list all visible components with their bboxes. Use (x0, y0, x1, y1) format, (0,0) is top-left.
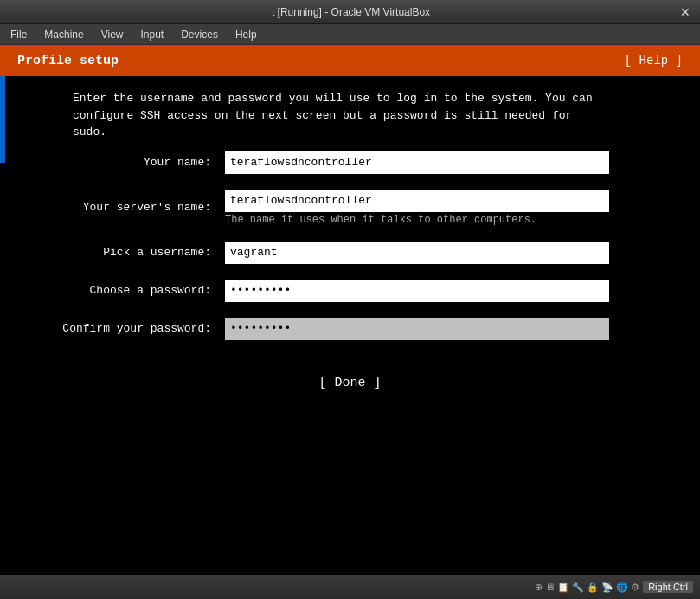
done-area: [ Done ] (0, 375, 700, 390)
server-name-input-area: The name it uses when it talks to other … (225, 190, 665, 226)
taskbar-icons: ⊕ 🖥 📋 🔧 🔒 📡 🌐 ⚙ (535, 582, 639, 593)
description-area: Enter the username and password you will… (0, 76, 700, 151)
username-row: Pick a username: (35, 242, 665, 264)
confirm-password-input-area (225, 318, 665, 340)
profile-title: Profile setup (17, 54, 119, 68)
menu-devices[interactable]: Devices (174, 27, 225, 42)
titlebar: t [Running] - Oracle VM VirtualBox ✕ (0, 0, 700, 24)
profile-help[interactable]: [ Help ] (625, 54, 683, 68)
menu-input[interactable]: Input (134, 27, 171, 42)
close-button[interactable]: ✕ (678, 5, 693, 19)
left-indicator (0, 76, 5, 163)
password-input[interactable] (225, 280, 609, 302)
titlebar-title: t [Running] - Oracle VM VirtualBox (24, 6, 678, 18)
password-label: Choose a password: (35, 284, 225, 297)
menu-help[interactable]: Help (228, 27, 264, 42)
server-name-hint: The name it uses when it talks to other … (225, 214, 665, 226)
menu-file[interactable]: File (3, 27, 34, 42)
confirm-password-row: Confirm your password: (35, 318, 665, 340)
profile-header: Profile setup [ Help ] (0, 45, 700, 76)
menu-view[interactable]: View (94, 27, 131, 42)
your-name-input-area (225, 151, 665, 174)
vm-screen: Profile setup [ Help ] Enter the usernam… (0, 45, 700, 599)
confirm-password-label: Confirm your password: (35, 322, 225, 335)
password-input-area (225, 280, 665, 302)
username-input-area (225, 242, 665, 264)
server-name-row: Your server's name: The name it uses whe… (35, 190, 665, 226)
your-name-label: Your name: (35, 156, 225, 169)
done-button[interactable]: [ Done ] (318, 376, 381, 390)
username-input[interactable] (225, 242, 609, 264)
your-name-row: Your name: (35, 151, 665, 174)
right-ctrl-label: Right Ctrl (643, 581, 693, 593)
description-text: Enter the username and password you will… (73, 92, 593, 138)
username-label: Pick a username: (35, 246, 225, 259)
menubar: File Machine View Input Devices Help (0, 24, 700, 45)
form-area: Your name: Your server's name: The name … (0, 151, 700, 340)
confirm-password-input[interactable] (225, 318, 609, 340)
your-name-input[interactable] (225, 151, 609, 174)
server-name-label: Your server's name: (35, 201, 225, 214)
password-row: Choose a password: (35, 280, 665, 302)
server-name-input[interactable] (225, 190, 609, 212)
taskbar: ⊕ 🖥 📋 🔧 🔒 📡 🌐 ⚙ Right Ctrl (0, 575, 700, 599)
menu-machine[interactable]: Machine (37, 27, 90, 42)
